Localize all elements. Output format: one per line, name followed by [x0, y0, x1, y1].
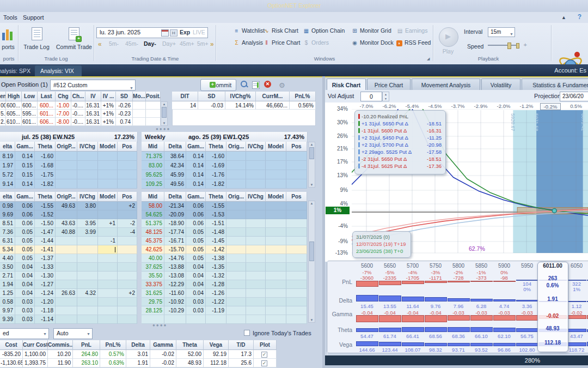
- tab-analysis-vix[interactable]: Analysis: VIX: [35, 65, 82, 76]
- speed-slider[interactable]: +: [488, 43, 527, 48]
- commit-button[interactable]: + Commit: [200, 79, 236, 91]
- window-button-monitor-grid[interactable]: ⊞Monitor Grid: [351, 27, 391, 34]
- tab-movement-analysis[interactable]: Movement Analysis: [412, 79, 480, 90]
- menu-support[interactable]: Support: [20, 14, 47, 21]
- table-row[interactable]: 9.140.14-1.82: [0, 179, 137, 189]
- strategy-combobox[interactable]: #512 Custom ▼: [50, 80, 136, 91]
- table-row[interactable]: 31.625-11.600.04-1.26: [142, 289, 307, 298]
- column-header[interactable]: en: [0, 92, 6, 101]
- date-legend[interactable]: 31/07/2025 (0)12/07/2025 (19) T+1923/06/…: [352, 231, 411, 258]
- table-row[interactable]: 54.625-20.090.06-1.53: [142, 210, 307, 219]
- column-header[interactable]: OrigP...: [56, 142, 77, 152]
- table-row[interactable]: 00600...600...600...-1.00-0....16.31+1%-…: [0, 101, 161, 110]
- table-row[interactable]: 48.125-17.740.05-1.48: [142, 228, 307, 237]
- section1-scrollbar[interactable]: ▲▼: [308, 142, 315, 188]
- plot-checkbox[interactable]: ✓: [261, 352, 267, 358]
- search-icon[interactable]: [240, 80, 248, 89]
- column-header[interactable]: IVChg: [246, 142, 266, 152]
- column-header[interactable]: Ch...: [71, 92, 85, 101]
- table-row[interactable]: 1.940.04-1.27: [0, 280, 137, 289]
- table-row[interactable]: 8.510.06-1.5043.633.95+1-2: [0, 219, 137, 228]
- table-row[interactable]: -835.201,100.0010.20264.800.57%3.01-0.02…: [0, 350, 277, 359]
- ignore-trades-checkbox[interactable]: [244, 330, 250, 336]
- calendar-icon[interactable]: [161, 29, 169, 37]
- table-row[interactable]: 40.00-14.760.05-1.38: [142, 254, 307, 263]
- slider-thumb[interactable]: [507, 43, 511, 49]
- column-header[interactable]: SD: [116, 92, 133, 101]
- column-header[interactable]: IV ...: [101, 92, 116, 101]
- window-button-monitor-dock[interactable]: ◉Monitor Dock: [351, 39, 394, 46]
- column-header[interactable]: Pos: [286, 142, 307, 152]
- position-legend[interactable]: -10.20 Realized PnL+1 31jul. 5650 Put Δ-…: [354, 110, 446, 174]
- group-expand-icon[interactable]: ◢: [427, 57, 430, 61]
- auto-combobox[interactable]: Auto ▼: [53, 328, 93, 339]
- column-header[interactable]: Vega: [204, 340, 229, 350]
- menu-tools[interactable]: Tools: [0, 14, 21, 21]
- column-header[interactable]: Low: [22, 92, 38, 101]
- column-header[interactable]: Mo...: [133, 92, 146, 101]
- tab-analysis-spx[interactable]: Analysis: SPX: [0, 65, 38, 76]
- table-row[interactable]: 6.310.05-1.44-1: [0, 237, 137, 245]
- column-header[interactable]: Delta: [164, 192, 186, 202]
- tab-risk-chart[interactable]: Risk Chart: [327, 79, 366, 90]
- export-sheet-icon[interactable]: [252, 80, 260, 89]
- column-header[interactable]: Last: [38, 92, 56, 101]
- time-nav-45m[interactable]: 45m+: [180, 40, 194, 47]
- display-mode-combobox[interactable]: ed ▼: [0, 328, 49, 339]
- risk-chart[interactable]: 34%30%26%21%17%13%9%4%1%-4%-9%-13%-7.0%-…: [325, 102, 588, 262]
- play-button[interactable]: [439, 27, 458, 47]
- table-row[interactable]: 28.125-10.290.03-1.19: [142, 306, 307, 315]
- table-row[interactable]: 7.360.05-1.4740.883.99-4: [0, 228, 137, 237]
- time-nav-5m[interactable]: 5m-: [109, 40, 119, 47]
- table-row[interactable]: 5...605...595...601...-7.00-0....16.31+1…: [0, 110, 161, 118]
- column-header[interactable]: Pos: [118, 142, 137, 152]
- column-header[interactable]: Model: [266, 192, 286, 202]
- table-row[interactable]: 2...610...601...606...-8.00-0....16.31+1…: [0, 118, 161, 126]
- tab-price-chart[interactable]: Price Chart: [367, 79, 411, 90]
- time-nav-5m[interactable]: 5m+: [197, 40, 209, 47]
- column-header[interactable]: Orig...: [226, 142, 246, 152]
- column-header[interactable]: Pos: [286, 192, 307, 202]
- column-header[interactable]: PnL%: [290, 92, 316, 101]
- hsplitter-grip[interactable]: ●●●●: [152, 323, 167, 328]
- column-header[interactable]: Curr Cost: [23, 340, 48, 350]
- trade-log-button[interactable]: Trade Log: [20, 44, 53, 50]
- column-header[interactable]: Gamma: [150, 340, 176, 350]
- table-row[interactable]: 35.50-13.080.04-1.32: [142, 272, 307, 280]
- column-header[interactable]: Commis...: [48, 340, 73, 350]
- exp-label[interactable]: Exp: [180, 29, 190, 35]
- time-nav-[interactable]: »: [210, 40, 214, 48]
- table-row[interactable]: 4.400.05-1.37: [0, 254, 137, 263]
- table-row[interactable]: 51.375-18.900.06-1.51: [142, 219, 307, 228]
- table-row[interactable]: 58.00-21.340.06-1.55: [142, 202, 307, 210]
- table-row[interactable]: 5.340.05-1.41: [0, 245, 137, 254]
- reports-button[interactable]: ports: [0, 44, 16, 50]
- help-icon[interactable]: ?: [578, 13, 581, 21]
- column-header[interactable]: Gam...: [15, 142, 35, 152]
- vol-adjust-stepper[interactable]: ▲▼: [382, 92, 389, 101]
- column-header[interactable]: Chg: [56, 92, 71, 101]
- table-row[interactable]: 45.375-16.710.05-1.45: [142, 237, 307, 245]
- column-header[interactable]: Mid: [142, 192, 164, 202]
- column-header[interactable]: PnL%: [100, 340, 126, 350]
- reports-icon[interactable]: [1, 27, 14, 41]
- column-header[interactable]: Posit...: [146, 92, 161, 101]
- column-header[interactable]: Delta: [164, 142, 186, 152]
- table-row[interactable]: 9.970.03-1.18: [0, 306, 137, 315]
- time-nav-45m[interactable]: 45m-: [125, 40, 138, 47]
- table-row[interactable]: 42.625-15.700.05-1.42: [142, 245, 307, 254]
- quote-scrollbar[interactable]: ▲▼: [161, 101, 168, 126]
- table-row[interactable]: -1,130.651,393.7511.90263.100.63%1.91-0.…: [0, 359, 277, 367]
- window-button-risk-chart[interactable]: ∿Risk Chart: [263, 27, 298, 34]
- table-row[interactable]: 37.625-13.880.04-1.35: [142, 263, 307, 272]
- time-nav-[interactable]: «: [98, 40, 102, 48]
- table-row[interactable]: 8.190.14-1.60: [0, 152, 137, 161]
- column-header[interactable]: Theta: [206, 192, 226, 202]
- window-button-option-chain[interactable]: ▦Option Chain: [303, 27, 345, 34]
- table-row[interactable]: 95.62545.990.14-1.76: [142, 170, 307, 179]
- interval-select[interactable]: 15m ▼: [488, 27, 515, 37]
- table-row[interactable]: 1.250.04-1.2426.634.32+2: [0, 289, 137, 298]
- table-row[interactable]: 109.2549.560.14-1.82: [142, 179, 307, 189]
- window-button-watchlist[interactable]: ≡Watchlist: [233, 27, 265, 34]
- projection-date-input[interactable]: 23/06/20: [560, 92, 588, 101]
